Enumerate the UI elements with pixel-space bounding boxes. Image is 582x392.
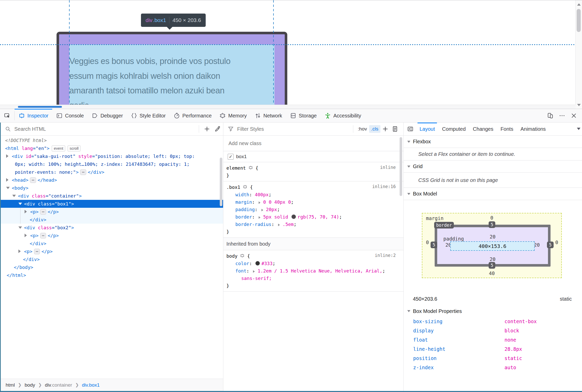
- page-vertical-scrollbar[interactable]: [575, 0, 582, 109]
- css-declaration[interactable]: color: #333;: [223, 260, 403, 267]
- collapsed-ellipsis-badge[interactable]: ⋯: [30, 177, 36, 183]
- property-name[interactable]: padding: [235, 207, 255, 212]
- padding-right-value[interactable]: 20: [534, 242, 540, 248]
- property-value[interactable]: 20px: [266, 207, 277, 212]
- color-swatch[interactable]: [255, 261, 260, 266]
- toggle-classes-button[interactable]: .cls: [369, 125, 381, 133]
- markup-row[interactable]: <p>⋯</p>: [0, 208, 223, 216]
- meatball-menu-button[interactable]: [557, 111, 567, 121]
- tab-changes[interactable]: Changes: [469, 123, 497, 135]
- twisty-right-icon[interactable]: [18, 249, 23, 253]
- tab-network[interactable]: Network: [251, 109, 286, 122]
- css-declaration[interactable]: border-radius: .5em;: [223, 221, 403, 228]
- box-model-section-header[interactable]: Box Model: [404, 188, 582, 200]
- toggle-hover-button[interactable]: :hov: [356, 125, 369, 133]
- markup-row[interactable]: <body>: [0, 184, 223, 192]
- css-declaration[interactable]: padding: 20px;: [223, 206, 403, 213]
- breadcrumb-item-body[interactable]: body: [24, 382, 36, 388]
- tab-fonts[interactable]: Fonts: [497, 123, 517, 135]
- tab-inspector[interactable]: Inspector: [15, 109, 52, 122]
- margin-top-value[interactable]: 0: [422, 215, 561, 221]
- margin-right-value[interactable]: 0: [555, 239, 558, 245]
- rule-selector[interactable]: element: [226, 165, 246, 171]
- twisty-right-icon[interactable]: [25, 210, 29, 213]
- scroll-down-arrow-icon[interactable]: [577, 104, 581, 106]
- property-name[interactable]: z-index: [413, 363, 434, 372]
- markup-row[interactable]: <div class="box1">: [0, 200, 223, 208]
- print-simulation-button[interactable]: [390, 124, 400, 134]
- property-name[interactable]: color: [235, 261, 249, 266]
- property-value[interactable]: 1.2em / 1.5 Helvetica Neue, Helvetica, A…: [258, 268, 382, 274]
- markup-row[interactable]: <div id="saka-gui-root" style="position:…: [0, 152, 223, 160]
- tab-computed[interactable]: Computed: [438, 123, 469, 135]
- property-value[interactable]: #333: [261, 261, 272, 266]
- collapsed-ellipsis-badge[interactable]: ⋯: [40, 209, 46, 215]
- tab-style-editor[interactable]: Style Editor: [127, 109, 170, 122]
- markup-row[interactable]: </div>: [0, 216, 223, 224]
- markup-row[interactable]: <div class="container">: [0, 192, 223, 200]
- markup-row[interactable]: <div class="box2">: [0, 224, 223, 232]
- css-declaration[interactable]: width: 400px;: [223, 191, 403, 198]
- page-horizontal-scrollbar[interactable]: [0, 105, 576, 109]
- tab-accessibility[interactable]: Accessibility: [321, 109, 365, 122]
- add-rule-button[interactable]: [380, 124, 390, 134]
- expander-icon[interactable]: [259, 201, 262, 204]
- twisty-right-icon[interactable]: [6, 178, 10, 182]
- horizontal-scrollbar-thumb[interactable]: [18, 106, 62, 108]
- property-value[interactable]: block: [504, 326, 519, 335]
- collapsed-ellipsis-badge[interactable]: ⋯: [80, 169, 86, 175]
- twisty-right-icon[interactable]: [25, 234, 29, 237]
- filter-styles-input[interactable]: Filter Styles: [237, 126, 353, 132]
- stylesheet-link[interactable]: inline:2: [375, 253, 396, 258]
- css-declaration[interactable]: font: 1.2em / 1.5 Helvetica Neue, Helvet…: [223, 267, 403, 275]
- tab-storage[interactable]: Storage: [286, 109, 321, 122]
- css-declaration[interactable]: margin: 0 0 40px 0;: [223, 198, 403, 206]
- twisty-down-icon[interactable]: [6, 187, 10, 191]
- property-value[interactable]: rgb(75, 70, 74): [298, 214, 339, 220]
- expander-icon[interactable]: [261, 209, 265, 211]
- stylesheet-link[interactable]: inline:16: [372, 184, 396, 189]
- search-html-input[interactable]: Search HTML: [14, 126, 199, 132]
- breadcrumb-item-div.box1[interactable]: div.box1: [81, 382, 100, 388]
- responsive-mode-button[interactable]: [545, 111, 555, 121]
- markup-row[interactable]: </html>: [0, 271, 223, 279]
- markup-row[interactable]: </body>: [0, 263, 223, 271]
- panel-splitter-right[interactable]: [403, 123, 404, 391]
- css-declaration[interactable]: border: 5px solid rgb(75, 70, 74);: [223, 213, 403, 221]
- tab-layout[interactable]: Layout: [416, 123, 438, 135]
- property-name[interactable]: border: [235, 214, 252, 220]
- flexbox-section-header[interactable]: Flexbox: [404, 136, 582, 148]
- tab-console[interactable]: Console: [52, 109, 87, 122]
- property-value[interactable]: 28.8px: [504, 344, 522, 354]
- tab-overflow-chevron-icon[interactable]: [577, 128, 580, 132]
- markup-row[interactable]: <html lang="en">eventscroll: [0, 144, 223, 152]
- sidebar-toggle-button[interactable]: [405, 123, 416, 135]
- margin-bottom-value[interactable]: 40: [422, 270, 561, 276]
- markup-row[interactable]: <p>⋯</p>: [0, 247, 223, 255]
- tab-animations[interactable]: Animations: [517, 123, 549, 135]
- class-checkbox[interactable]: ✓: [228, 154, 234, 160]
- tab-memory[interactable]: Memory: [215, 109, 250, 122]
- markup-row[interactable]: 0px; width: 100%; height…100%; z-index: …: [0, 160, 223, 168]
- breadcrumb-item-div.container[interactable]: div.container: [45, 382, 73, 388]
- margin-left-value[interactable]: 0: [426, 239, 429, 245]
- vertical-scrollbar-thumb[interactable]: [577, 9, 581, 32]
- property-value[interactable]: static: [504, 354, 522, 363]
- property-name[interactable]: box-sizing: [413, 317, 442, 326]
- rule-selector[interactable]: body: [226, 253, 237, 259]
- grid-section-header[interactable]: Grid: [404, 160, 582, 173]
- selector-highlighter-icon[interactable]: [239, 253, 245, 258]
- border-right-value[interactable]: 5: [547, 242, 554, 248]
- property-value-wrap[interactable]: sans-serif;: [223, 275, 403, 282]
- markup-row[interactable]: pointer-events: none;">⋯</div>: [0, 168, 223, 176]
- tab-debugger[interactable]: Debugger: [88, 109, 127, 122]
- breadcrumb-item-html[interactable]: html: [5, 382, 15, 388]
- markup-row[interactable]: </div>: [0, 255, 223, 263]
- add-new-class-input[interactable]: Add new class: [228, 140, 261, 146]
- badge-event[interactable]: event: [52, 145, 65, 151]
- padding-top-value[interactable]: 20: [437, 234, 548, 239]
- property-value[interactable]: 400px: [255, 192, 269, 197]
- twisty-right-icon[interactable]: [6, 154, 10, 158]
- property-name[interactable]: position: [413, 354, 437, 363]
- collapsed-ellipsis-badge[interactable]: ⋯: [34, 249, 40, 254]
